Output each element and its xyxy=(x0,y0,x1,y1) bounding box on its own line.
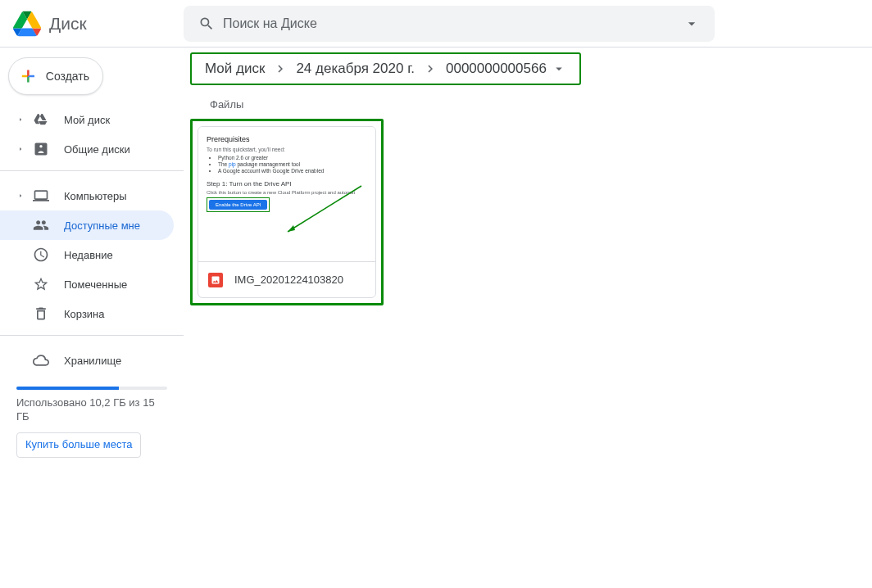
chevron-right-icon xyxy=(273,61,288,76)
people-icon xyxy=(31,215,51,235)
drive-logo-icon xyxy=(13,10,41,38)
nav-secondary: Компьютеры Доступные мне Недавние Помече… xyxy=(0,178,184,328)
crumb-folder-1[interactable]: 24 декабря 2020 г. xyxy=(296,61,415,77)
expand-icon[interactable] xyxy=(16,115,26,124)
drive-icon xyxy=(31,110,51,129)
chevron-right-icon xyxy=(423,61,438,76)
nav-my-drive[interactable]: Мой диск xyxy=(0,105,174,134)
nav-label: Общие диски xyxy=(64,143,130,156)
thumb-subtext: To run this quickstart, you'll need: xyxy=(207,147,367,152)
divider xyxy=(0,170,184,171)
nav-label: Помеченные xyxy=(64,278,127,291)
thumb-li: The pip package management tool xyxy=(218,161,367,167)
file-name: IMG_20201224103820 xyxy=(234,274,343,286)
thumb-enable-button: Enable the Drive API xyxy=(209,200,267,210)
thumb-button-highlight: Enable the Drive API xyxy=(207,197,270,212)
nav-label: Мой диск xyxy=(64,114,110,126)
nav-storage: Хранилище xyxy=(0,342,184,375)
search-options-icon[interactable] xyxy=(675,7,708,40)
create-button[interactable]: Создать xyxy=(8,57,103,95)
thumb-li: A Google account with Google Drive enabl… xyxy=(218,168,367,174)
file-meta: IMG_20201224103820 xyxy=(198,261,375,297)
thumb-li: Python 2.6 or greater xyxy=(218,155,367,161)
create-label: Создать xyxy=(46,70,89,83)
file-thumbnail: Prerequisites To run this quickstart, yo… xyxy=(198,127,375,261)
caret-down-icon[interactable] xyxy=(552,61,566,76)
clock-icon xyxy=(31,245,51,265)
svg-marker-1 xyxy=(288,225,295,232)
nav-trash[interactable]: Корзина xyxy=(0,299,174,328)
crumb-current[interactable]: 0000000000566 xyxy=(446,61,566,77)
nav-starred[interactable]: Помеченные xyxy=(0,269,174,299)
image-file-icon xyxy=(208,273,223,287)
star-icon xyxy=(31,274,51,294)
nav-computers[interactable]: Компьютеры xyxy=(0,181,174,210)
main-content: Мой диск 24 декабря 2020 г. 000000000056… xyxy=(184,47,872,588)
expand-icon[interactable] xyxy=(16,145,26,153)
crumb-root[interactable]: Мой диск xyxy=(205,61,265,77)
storage-text: Использовано 10,2 ГБ из 15 ГБ xyxy=(16,396,167,424)
nav-shared-with-me[interactable]: Доступные мне xyxy=(0,210,174,240)
nav-label: Корзина xyxy=(64,308,105,320)
nav-storage-item[interactable]: Хранилище xyxy=(0,346,174,375)
nav-shared-drives[interactable]: Общие диски xyxy=(0,134,174,164)
thumb-heading: Prerequisites xyxy=(207,135,367,143)
storage-fill xyxy=(16,387,119,390)
search-icon[interactable] xyxy=(190,7,223,40)
nav-label: Доступные мне xyxy=(64,219,140,232)
cloud-icon xyxy=(31,351,51,370)
plus-icon xyxy=(19,65,38,88)
app-name: Диск xyxy=(49,14,87,34)
breadcrumb: Мой диск 24 декабря 2020 г. 000000000056… xyxy=(190,52,581,85)
thumb-step-sub: Click this button to create a new Cloud … xyxy=(207,190,367,195)
nav-primary: Мой диск Общие диски xyxy=(0,102,184,164)
divider xyxy=(0,335,184,336)
breadcrumb-highlight: Мой диск 24 декабря 2020 г. 000000000056… xyxy=(190,52,859,85)
nav-label: Компьютеры xyxy=(64,190,127,202)
file-highlight: Prerequisites To run this quickstart, yo… xyxy=(190,119,384,305)
app-header: Диск xyxy=(0,0,872,47)
logo[interactable]: Диск xyxy=(13,10,184,38)
files-section-label: Файлы xyxy=(210,98,859,111)
crumb-current-label: 0000000000566 xyxy=(446,61,547,77)
search-input[interactable] xyxy=(223,16,675,31)
trash-icon xyxy=(31,304,51,323)
thumb-list: Python 2.6 or greater The pip package ma… xyxy=(207,155,367,174)
shared-drive-icon xyxy=(31,139,51,159)
thumb-step-heading: Step 1: Turn on the Drive API xyxy=(207,180,367,188)
file-card[interactable]: Prerequisites To run this quickstart, yo… xyxy=(198,126,376,298)
search-bar[interactable] xyxy=(184,6,715,42)
nav-label: Хранилище xyxy=(64,355,121,367)
nav-recent[interactable]: Недавние xyxy=(0,240,174,269)
storage-widget: Использовано 10,2 ГБ из 15 ГБ Купить бол… xyxy=(0,380,184,458)
computer-icon xyxy=(31,186,51,206)
expand-icon[interactable] xyxy=(16,192,26,200)
buy-storage-button[interactable]: Купить больше места xyxy=(16,432,141,458)
storage-bar xyxy=(16,387,167,390)
sidebar: Создать Мой диск Общие диски Компьютеры xyxy=(0,47,184,588)
files-grid: Prerequisites To run this quickstart, yo… xyxy=(190,119,859,305)
nav-label: Недавние xyxy=(64,249,113,261)
